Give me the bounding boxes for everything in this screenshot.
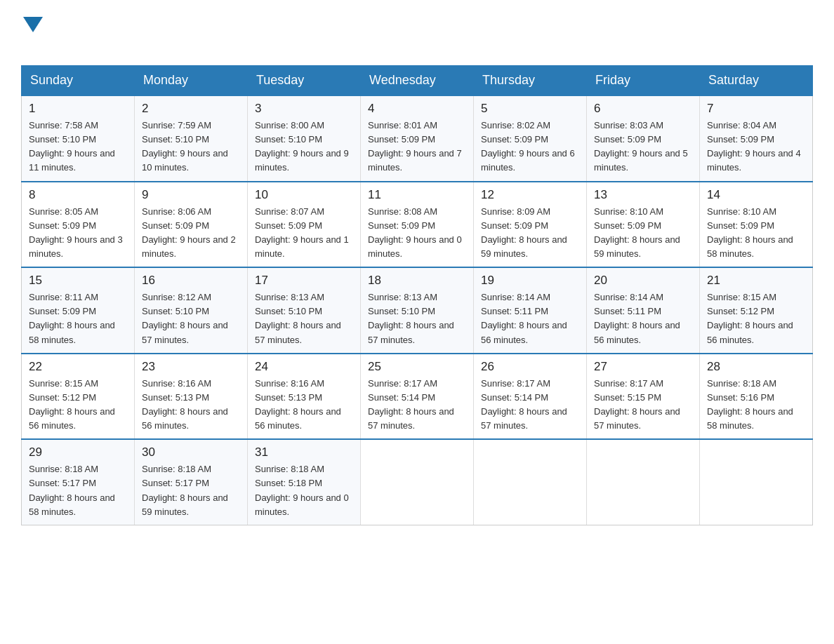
day-cell-21: 21 Sunrise: 8:15 AMSunset: 5:12 PMDaylig… [700, 267, 813, 354]
logo-triangle-icon [23, 17, 43, 32]
day-cell-22: 22 Sunrise: 8:15 AMSunset: 5:12 PMDaylig… [22, 354, 135, 440]
week-row-4: 22 Sunrise: 8:15 AMSunset: 5:12 PMDaylig… [22, 354, 813, 440]
day-cell-10: 10 Sunrise: 8:07 AMSunset: 5:09 PMDaylig… [248, 182, 361, 268]
day-number: 26 [481, 360, 579, 374]
day-cell-4: 4 Sunrise: 8:01 AMSunset: 5:09 PMDayligh… [361, 95, 474, 182]
day-info: Sunrise: 8:09 AMSunset: 5:09 PMDaylight:… [481, 206, 567, 259]
day-info: Sunrise: 8:03 AMSunset: 5:09 PMDaylight:… [594, 120, 688, 173]
day-cell-20: 20 Sunrise: 8:14 AMSunset: 5:11 PMDaylig… [587, 267, 700, 354]
day-info: Sunrise: 8:17 AMSunset: 5:14 PMDaylight:… [368, 378, 454, 431]
day-number: 20 [594, 274, 692, 288]
day-cell-5: 5 Sunrise: 8:02 AMSunset: 5:09 PMDayligh… [474, 95, 587, 182]
day-cell-23: 23 Sunrise: 8:16 AMSunset: 5:13 PMDaylig… [135, 354, 248, 440]
day-number: 10 [255, 188, 353, 202]
day-cell-31: 31 Sunrise: 8:18 AMSunset: 5:18 PMDaylig… [248, 439, 361, 525]
weekday-header-row: SundayMondayTuesdayWednesdayThursdayFrid… [22, 66, 813, 96]
weekday-header-tuesday: Tuesday [248, 66, 361, 96]
day-number: 3 [255, 102, 353, 116]
week-row-2: 8 Sunrise: 8:05 AMSunset: 5:09 PMDayligh… [22, 182, 813, 268]
day-info: Sunrise: 8:10 AMSunset: 5:09 PMDaylight:… [594, 206, 680, 259]
weekday-header-friday: Friday [587, 66, 700, 96]
day-cell-1: 1 Sunrise: 7:58 AMSunset: 5:10 PMDayligh… [22, 95, 135, 182]
day-cell-8: 8 Sunrise: 8:05 AMSunset: 5:09 PMDayligh… [22, 182, 135, 268]
day-info: Sunrise: 8:08 AMSunset: 5:09 PMDaylight:… [368, 206, 462, 259]
day-number: 19 [481, 274, 579, 288]
day-number: 15 [29, 274, 127, 288]
day-number: 31 [255, 445, 353, 459]
day-number: 4 [368, 102, 466, 116]
weekday-header-saturday: Saturday [700, 66, 813, 96]
day-info: Sunrise: 7:58 AMSunset: 5:10 PMDaylight:… [29, 120, 115, 173]
weekday-header-monday: Monday [135, 66, 248, 96]
day-info: Sunrise: 8:15 AMSunset: 5:12 PMDaylight:… [29, 378, 115, 431]
day-cell-18: 18 Sunrise: 8:13 AMSunset: 5:10 PMDaylig… [361, 267, 474, 354]
day-info: Sunrise: 8:13 AMSunset: 5:10 PMDaylight:… [255, 292, 341, 344]
week-row-5: 29 Sunrise: 8:18 AMSunset: 5:17 PMDaylig… [22, 439, 813, 525]
day-cell-15: 15 Sunrise: 8:11 AMSunset: 5:09 PMDaylig… [22, 267, 135, 354]
day-cell-28: 28 Sunrise: 8:18 AMSunset: 5:16 PMDaylig… [700, 354, 813, 440]
day-number: 9 [142, 188, 240, 202]
day-number: 30 [142, 445, 240, 459]
day-number: 18 [368, 274, 466, 288]
day-number: 6 [594, 102, 692, 116]
empty-cell [700, 439, 813, 525]
day-info: Sunrise: 8:11 AMSunset: 5:09 PMDaylight:… [29, 292, 115, 344]
day-info: Sunrise: 8:12 AMSunset: 5:10 PMDaylight:… [142, 292, 228, 344]
day-number: 22 [29, 360, 127, 374]
page-header [21, 14, 813, 51]
weekday-header-thursday: Thursday [474, 66, 587, 96]
day-cell-19: 19 Sunrise: 8:14 AMSunset: 5:11 PMDaylig… [474, 267, 587, 354]
calendar-table: SundayMondayTuesdayWednesdayThursdayFrid… [21, 65, 813, 525]
day-number: 8 [29, 188, 127, 202]
day-cell-24: 24 Sunrise: 8:16 AMSunset: 5:13 PMDaylig… [248, 354, 361, 440]
day-cell-17: 17 Sunrise: 8:13 AMSunset: 5:10 PMDaylig… [248, 267, 361, 354]
day-number: 14 [707, 188, 805, 202]
day-info: Sunrise: 8:15 AMSunset: 5:12 PMDaylight:… [707, 292, 793, 344]
day-info: Sunrise: 8:13 AMSunset: 5:10 PMDaylight:… [368, 292, 454, 344]
day-info: Sunrise: 8:18 AMSunset: 5:18 PMDaylight:… [255, 464, 349, 516]
day-info: Sunrise: 8:07 AMSunset: 5:09 PMDaylight:… [255, 206, 349, 259]
day-number: 21 [707, 274, 805, 288]
day-number: 24 [255, 360, 353, 374]
day-info: Sunrise: 8:17 AMSunset: 5:15 PMDaylight:… [594, 378, 680, 431]
day-info: Sunrise: 8:16 AMSunset: 5:13 PMDaylight:… [142, 378, 228, 431]
day-info: Sunrise: 8:04 AMSunset: 5:09 PMDaylight:… [707, 120, 801, 173]
day-cell-30: 30 Sunrise: 8:18 AMSunset: 5:17 PMDaylig… [135, 439, 248, 525]
day-info: Sunrise: 8:18 AMSunset: 5:16 PMDaylight:… [707, 378, 793, 431]
day-cell-12: 12 Sunrise: 8:09 AMSunset: 5:09 PMDaylig… [474, 182, 587, 268]
day-number: 13 [594, 188, 692, 202]
day-info: Sunrise: 8:17 AMSunset: 5:14 PMDaylight:… [481, 378, 567, 431]
day-cell-29: 29 Sunrise: 8:18 AMSunset: 5:17 PMDaylig… [22, 439, 135, 525]
day-cell-16: 16 Sunrise: 8:12 AMSunset: 5:10 PMDaylig… [135, 267, 248, 354]
day-number: 17 [255, 274, 353, 288]
day-number: 23 [142, 360, 240, 374]
day-info: Sunrise: 8:02 AMSunset: 5:09 PMDaylight:… [481, 120, 575, 173]
day-info: Sunrise: 8:06 AMSunset: 5:09 PMDaylight:… [142, 206, 236, 259]
day-number: 2 [142, 102, 240, 116]
day-number: 11 [368, 188, 466, 202]
day-info: Sunrise: 8:18 AMSunset: 5:17 PMDaylight:… [29, 464, 115, 516]
day-cell-2: 2 Sunrise: 7:59 AMSunset: 5:10 PMDayligh… [135, 95, 248, 182]
logo [21, 14, 45, 51]
day-cell-3: 3 Sunrise: 8:00 AMSunset: 5:10 PMDayligh… [248, 95, 361, 182]
day-info: Sunrise: 8:01 AMSunset: 5:09 PMDaylight:… [368, 120, 462, 173]
day-number: 5 [481, 102, 579, 116]
empty-cell [587, 439, 700, 525]
day-info: Sunrise: 7:59 AMSunset: 5:10 PMDaylight:… [142, 120, 228, 173]
day-number: 27 [594, 360, 692, 374]
day-cell-6: 6 Sunrise: 8:03 AMSunset: 5:09 PMDayligh… [587, 95, 700, 182]
day-cell-26: 26 Sunrise: 8:17 AMSunset: 5:14 PMDaylig… [474, 354, 587, 440]
day-info: Sunrise: 8:05 AMSunset: 5:09 PMDaylight:… [29, 206, 123, 259]
week-row-1: 1 Sunrise: 7:58 AMSunset: 5:10 PMDayligh… [22, 95, 813, 182]
day-number: 16 [142, 274, 240, 288]
day-number: 29 [29, 445, 127, 459]
day-info: Sunrise: 8:14 AMSunset: 5:11 PMDaylight:… [594, 292, 680, 344]
day-cell-9: 9 Sunrise: 8:06 AMSunset: 5:09 PMDayligh… [135, 182, 248, 268]
day-number: 7 [707, 102, 805, 116]
day-cell-25: 25 Sunrise: 8:17 AMSunset: 5:14 PMDaylig… [361, 354, 474, 440]
day-number: 28 [707, 360, 805, 374]
day-number: 12 [481, 188, 579, 202]
day-number: 25 [368, 360, 466, 374]
day-cell-7: 7 Sunrise: 8:04 AMSunset: 5:09 PMDayligh… [700, 95, 813, 182]
weekday-header-wednesday: Wednesday [361, 66, 474, 96]
